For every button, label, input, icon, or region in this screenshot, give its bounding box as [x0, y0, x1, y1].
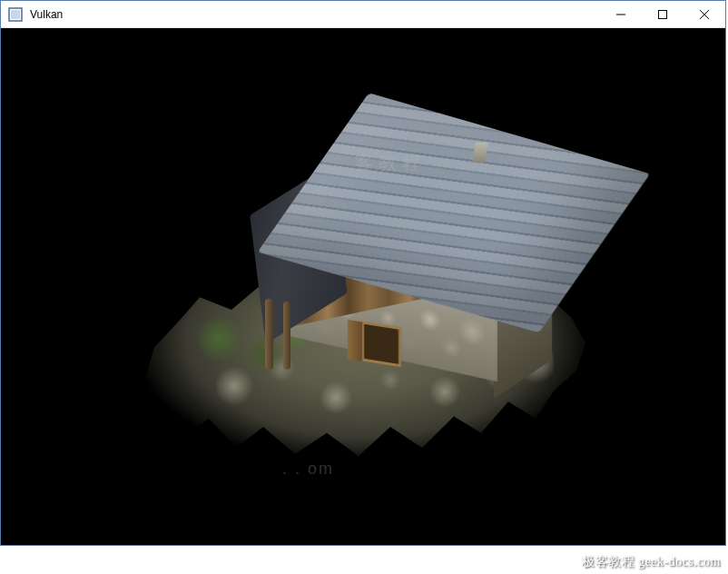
application-window: Vulkan: [0, 0, 726, 546]
cabin-model: [236, 124, 545, 387]
window-controls: [600, 1, 725, 27]
titlebar[interactable]: Vulkan: [1, 1, 725, 28]
porch-post-left: [265, 298, 273, 369]
minimize-button[interactable]: [600, 1, 642, 27]
window-title: Vulkan: [30, 8, 63, 21]
svg-rect-3: [659, 10, 667, 18]
scene-3d-model: [109, 69, 617, 487]
svg-rect-1: [11, 10, 20, 19]
close-button[interactable]: [684, 1, 725, 27]
titlebar-left: Vulkan: [8, 7, 63, 22]
app-icon: [8, 7, 23, 22]
footer-credit: 极客教程 geek-docs.com: [582, 554, 721, 570]
porch-post-right: [283, 301, 290, 369]
maximize-button[interactable]: [642, 1, 684, 27]
cabin-window: [361, 321, 401, 367]
render-viewport[interactable]: 客教程 . . om: [1, 28, 725, 545]
